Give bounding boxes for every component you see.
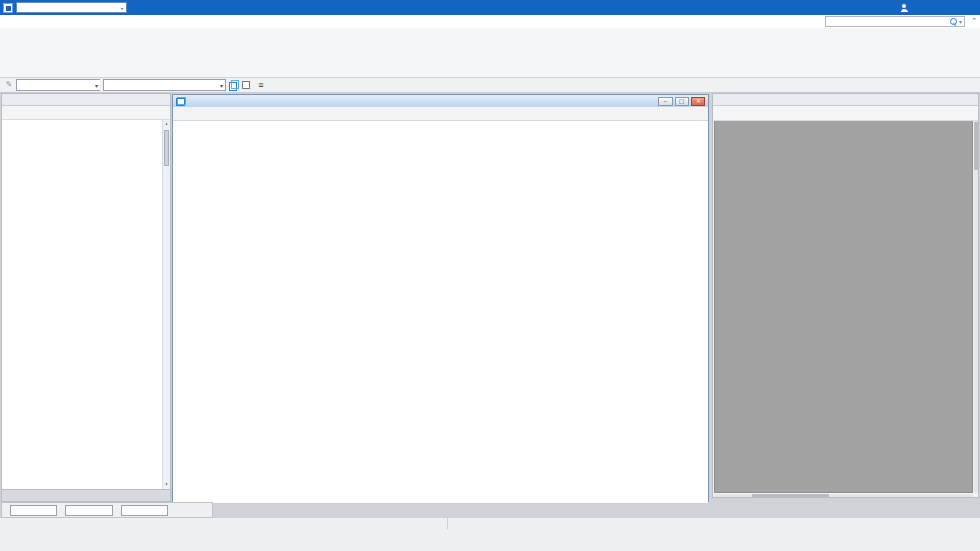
layers-icon[interactable]	[229, 80, 239, 91]
search-icon	[950, 18, 957, 25]
transactions-list	[2, 120, 162, 489]
y-field[interactable]	[65, 505, 113, 516]
graph-panel	[712, 93, 979, 498]
maximize-button[interactable]	[946, 2, 961, 14]
scroll-up-icon[interactable]: ▲	[163, 120, 170, 128]
graph-hscrollbar[interactable]	[714, 494, 973, 497]
node-graph[interactable]	[715, 121, 973, 495]
status-message	[0, 518, 448, 529]
graph-panel-header	[713, 94, 978, 106]
close-button[interactable]	[962, 2, 977, 14]
scroll-down-icon[interactable]: ▼	[163, 480, 170, 489]
view-toolbar	[173, 107, 708, 121]
user-account-button[interactable]	[897, 2, 912, 14]
search-input[interactable]	[828, 17, 950, 26]
graph-canvas[interactable]	[714, 121, 973, 493]
user-icon	[901, 4, 909, 12]
help-button[interactable]	[913, 2, 928, 14]
status-bar-message-row	[0, 518, 980, 529]
active-level-combo[interactable]: ▾	[16, 79, 100, 91]
minimize-button[interactable]	[929, 2, 945, 14]
active-style-combo[interactable]: ▾	[103, 79, 226, 91]
graph-vscrollbar[interactable]	[974, 121, 978, 493]
active-element-icon[interactable]: ≡	[256, 79, 267, 91]
workflow-selector[interactable]: ▾	[16, 2, 127, 13]
collapse-ribbon-icon[interactable]: ⌃	[971, 17, 977, 25]
title-bar: ▾	[0, 0, 980, 15]
transactions-panel: ▲ ▼	[1, 93, 171, 502]
search-ribbon-box[interactable]: ▾	[825, 16, 965, 27]
ribbon-tab-row: ▾ ⌃	[0, 15, 980, 28]
design-model-canvas[interactable]	[173, 121, 708, 503]
z-field[interactable]	[121, 505, 168, 516]
view-restore-button[interactable]: ▢	[675, 97, 689, 106]
status-bar-tools-row	[0, 529, 980, 551]
ribbon	[0, 28, 980, 77]
transactions-panel-header	[2, 94, 170, 106]
chevron-down-icon: ▾	[957, 18, 962, 25]
graph-toolbar	[713, 106, 978, 121]
left-panel-tabs	[2, 489, 170, 501]
model-3d-view[interactable]	[173, 121, 708, 501]
transactions-scrollbar[interactable]: ▲ ▼	[162, 120, 170, 489]
view-title-bar[interactable]: – ▢ ✕	[173, 95, 708, 107]
view-minimize-button[interactable]: –	[658, 97, 673, 106]
x-field[interactable]	[10, 505, 57, 516]
view-menu-icon[interactable]	[176, 97, 186, 106]
compound-checkbox[interactable]	[242, 81, 250, 89]
window-controls	[897, 2, 977, 14]
transactions-toolbar	[2, 106, 170, 120]
view-close-button[interactable]: ✕	[691, 97, 705, 106]
scrollbar-thumb[interactable]	[164, 130, 169, 166]
view-window: – ▢ ✕	[172, 94, 709, 502]
accudraw-coordinates	[1, 502, 213, 518]
chevron-down-icon: ▾	[118, 5, 123, 11]
match-attributes-icon[interactable]: ✎	[4, 80, 13, 90]
app-logo-icon[interactable]	[3, 3, 13, 13]
attributes-toolbar: ✎ ▾ ▾ ≡	[0, 78, 980, 93]
